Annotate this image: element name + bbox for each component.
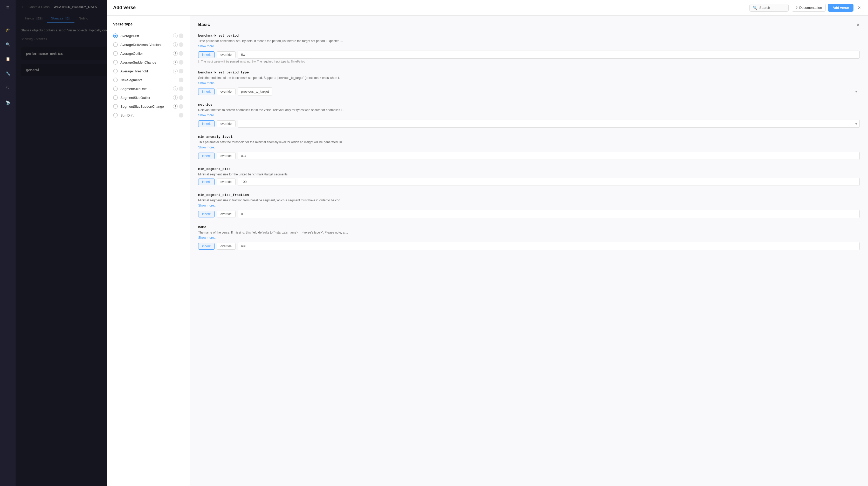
info-icon[interactable]: i (179, 33, 183, 38)
modal-search-input[interactable] (759, 6, 785, 9)
modal-search-container[interactable]: 🔍 (749, 4, 788, 12)
hamburger-icon[interactable]: ☰ (3, 3, 12, 12)
help-icon[interactable]: ? (173, 69, 178, 73)
radio-newsegments[interactable] (113, 78, 118, 82)
documentation-button[interactable]: ? Documentation (792, 4, 826, 12)
info-icon[interactable]: i (179, 51, 183, 56)
inherit-button[interactable]: inherit (198, 179, 215, 185)
override-button[interactable]: override (217, 153, 236, 159)
param-show-more-link[interactable]: Show more... (198, 236, 860, 240)
wrench-nav-icon[interactable]: 🔧 (3, 69, 12, 78)
radio-averagethreshold[interactable] (113, 69, 118, 73)
sidebar: ☰ 🎓 🔍 📋 🔧 🛡 📡 (0, 0, 16, 486)
add-verse-modal: Add verse 🔍 ? Documentation Add verse × … (107, 0, 868, 486)
info-icon[interactable]: i (179, 113, 183, 118)
wifi-nav-icon[interactable]: 📡 (3, 98, 12, 107)
param-select[interactable]: previous_to_target (238, 87, 272, 95)
override-button[interactable]: override (217, 88, 236, 95)
verse-option-newsegments[interactable]: NewSegmentsi (113, 75, 183, 84)
info-icon[interactable]: i (179, 78, 183, 82)
select-wrapper: previous_to_target (238, 87, 860, 95)
add-verse-button[interactable]: Add verse (828, 4, 854, 12)
verse-option-label: AverageDriftAcrossVersions (120, 43, 170, 47)
radio-averagedriftacrossversions[interactable] (113, 42, 118, 47)
help-icon[interactable]: ? (173, 104, 178, 109)
radio-averageoutlier[interactable] (113, 51, 118, 56)
param-controls: inheritoverride (198, 178, 860, 186)
param-input-field[interactable] (238, 242, 860, 250)
verse-option-averagedrift[interactable]: AverageDrift?i (113, 31, 183, 40)
param-input-field[interactable] (238, 178, 860, 186)
param-show-more-link[interactable]: Show more... (198, 146, 860, 149)
search-nav-icon[interactable]: 🔍 (3, 40, 12, 49)
collapse-icon[interactable]: ∧ (856, 22, 860, 28)
info-icon[interactable]: i (179, 86, 183, 91)
verse-option-segmentsizeoutlier[interactable]: SegmentSizeOutlier?i (113, 93, 183, 102)
verse-option-averageoutlier[interactable]: AverageOutlier?i (113, 49, 183, 58)
verse-option-icons: ?i (173, 51, 183, 56)
radio-averagesuddenchange[interactable] (113, 60, 118, 65)
close-modal-button[interactable]: × (857, 4, 862, 12)
param-show-more-link[interactable]: Show more... (198, 81, 860, 85)
param-name-label: benchmark_set_period_type (198, 70, 860, 74)
override-button[interactable]: override (217, 179, 236, 185)
inherit-button[interactable]: inherit (198, 120, 215, 127)
help-icon[interactable]: ? (173, 86, 178, 91)
help-icon[interactable]: ? (173, 60, 178, 65)
graduation-cap-icon[interactable]: 🎓 (3, 25, 12, 34)
params-container: benchmark_set_periodTime period for benc… (198, 34, 860, 250)
inherit-button[interactable]: inherit (198, 51, 215, 58)
shield-nav-icon[interactable]: 🛡 (3, 83, 12, 93)
param-input-field[interactable] (238, 210, 860, 218)
radio-sumdrift[interactable] (113, 113, 118, 118)
param-show-more-link[interactable]: Show more... (198, 204, 860, 207)
question-mark-icon: ? (796, 6, 798, 9)
param-input-field[interactable] (238, 152, 860, 160)
inherit-button[interactable]: inherit (198, 153, 215, 159)
verse-option-averagethreshold[interactable]: AverageThreshold?i (113, 67, 183, 75)
help-icon[interactable]: ? (173, 42, 178, 47)
info-icon[interactable]: i (179, 104, 183, 109)
info-icon[interactable]: i (179, 69, 183, 73)
verse-option-icons: ?i (173, 95, 183, 100)
param-show-more-link[interactable]: Show more... (198, 44, 860, 48)
param-block-min_segment_size: min_segment_sizeMinimal segment size for… (198, 167, 860, 186)
override-button[interactable]: override (217, 211, 236, 217)
override-button[interactable]: override (217, 243, 236, 250)
verse-option-label: SegmentSizeOutlier (120, 96, 170, 100)
param-show-more-link[interactable]: Show more... (198, 113, 860, 117)
param-block-name: nameThe name of the verse. If missing, t… (198, 225, 860, 250)
verse-option-label: AverageOutlier (120, 52, 170, 56)
verse-option-segmentsizesuddenchange[interactable]: SegmentSizeSuddenChange?i (113, 102, 183, 111)
verse-option-icons: ?i (173, 60, 183, 65)
help-icon[interactable]: ? (173, 51, 178, 56)
verse-option-averagedriftacrossversions[interactable]: AverageDriftAcrossVersions?i (113, 40, 183, 49)
inherit-button[interactable]: inherit (198, 211, 215, 217)
verse-option-icons: ?i (173, 42, 183, 47)
note-text: The input value will be parsed as string… (201, 60, 305, 63)
radio-segmentsizedrift[interactable] (113, 86, 118, 91)
verse-option-segmentsizedrift[interactable]: SegmentSizeDrift?i (113, 84, 183, 93)
inherit-button[interactable]: inherit (198, 88, 215, 95)
verse-option-label: AverageDrift (120, 34, 170, 38)
inherit-button[interactable]: inherit (198, 243, 215, 250)
override-button[interactable]: override (217, 120, 236, 127)
help-icon[interactable]: ? (173, 95, 178, 100)
verse-type-title: Verse type (113, 22, 183, 26)
override-button[interactable]: override (217, 51, 236, 58)
verse-option-averagesuddenchange[interactable]: AverageSuddenChange?i (113, 58, 183, 67)
info-icon[interactable]: i (179, 60, 183, 65)
verse-option-sumdrift[interactable]: SumDrifti (113, 111, 183, 120)
help-icon[interactable]: ? (173, 33, 178, 38)
info-icon[interactable]: i (179, 95, 183, 100)
radio-segmentsizeoutlier[interactable] (113, 95, 118, 100)
book-nav-icon[interactable]: 📋 (3, 54, 12, 64)
radio-segmentsizesuddenchange[interactable] (113, 104, 118, 109)
param-input-field[interactable] (238, 51, 860, 59)
verse-option-label: SegmentSizeSuddenChange (120, 104, 170, 109)
param-name-label: metrics (198, 103, 860, 107)
radio-averagedrift[interactable] (113, 33, 118, 38)
param-controls: inheritoverride (198, 120, 860, 128)
info-icon[interactable]: i (179, 42, 183, 47)
param-dropdown-input[interactable] (238, 120, 860, 128)
